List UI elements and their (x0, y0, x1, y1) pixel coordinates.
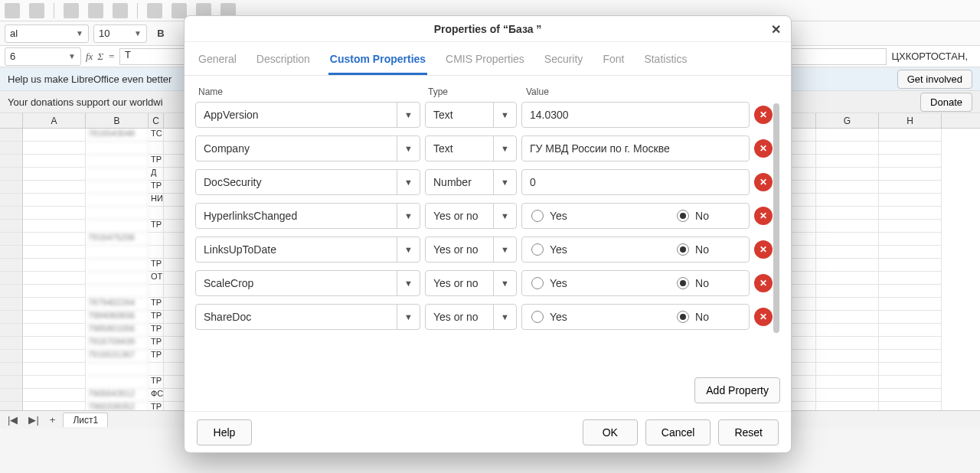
toolbar-icon[interactable] (29, 3, 44, 18)
banner-text: Your donations support our worldwi (8, 96, 163, 108)
tab-add[interactable]: + (47, 414, 59, 426)
chevron-down-icon: ▼ (397, 170, 420, 194)
property-type-combo[interactable]: Yes or no▼ (425, 203, 517, 229)
toolbar-icon[interactable] (113, 3, 128, 18)
property-name-combo[interactable]: ShareDoc▼ (195, 304, 420, 330)
dialog-tab-statistics[interactable]: Statistics (642, 48, 688, 75)
radio-yes[interactable]: Yes (531, 243, 567, 256)
col-header[interactable]: H (879, 113, 942, 128)
property-yesno-value[interactable]: YesNo (521, 203, 750, 229)
delete-property-button[interactable]: ✕ (754, 139, 773, 158)
toolbar-icon[interactable] (88, 3, 103, 18)
font-size-combo[interactable]: 10 ▼ (93, 24, 147, 43)
header-type: Type (428, 86, 526, 97)
get-involved-button[interactable]: Get involved (897, 70, 972, 89)
fx-icon[interactable]: fx (86, 51, 93, 63)
dialog-tab-custom-properties[interactable]: Custom Properties (328, 48, 427, 75)
property-yesno-value[interactable]: YesNo (521, 304, 750, 330)
radio-yes[interactable]: Yes (531, 311, 567, 323)
toolbar-icon[interactable] (147, 3, 162, 18)
properties-dialog: Properties of “База ” ✕ GeneralDescripti… (184, 15, 792, 453)
chevron-down-icon: ▼ (397, 136, 420, 161)
cancel-button[interactable]: Cancel (645, 419, 711, 445)
ok-button[interactable]: OK (583, 419, 638, 445)
delete-property-button[interactable]: ✕ (754, 274, 773, 292)
dialog-tab-security[interactable]: Security (543, 48, 585, 75)
scrollbar[interactable] (773, 102, 780, 373)
property-name-combo[interactable]: AppVersion▼ (195, 102, 420, 128)
property-type-text: Yes or no (426, 277, 493, 289)
formula-text: Т (125, 49, 131, 60)
chevron-down-icon: ▼ (493, 170, 516, 194)
dialog-tab-description[interactable]: Description (255, 48, 312, 75)
add-property-button[interactable]: Add Property (694, 377, 780, 403)
radio-no[interactable]: No (677, 277, 709, 289)
property-type-combo[interactable]: Yes or no▼ (425, 270, 517, 296)
property-name-combo[interactable]: ScaleCrop▼ (195, 270, 420, 296)
delete-property-button[interactable]: ✕ (754, 308, 773, 326)
property-name-combo[interactable]: DocSecurity▼ (195, 169, 420, 195)
name-box-text: 6 (10, 51, 15, 62)
radio-yes[interactable]: Yes (531, 277, 567, 289)
property-type-combo[interactable]: Text▼ (425, 102, 517, 128)
col-header[interactable]: A (23, 113, 86, 128)
equals-icon[interactable]: = (108, 51, 115, 63)
overflow-cell-text: ЦХКОРТОСТАН, (891, 51, 975, 62)
chevron-down-icon: ▼ (493, 271, 516, 295)
radio-no[interactable]: No (677, 243, 709, 256)
dialog-tab-font[interactable]: Font (601, 48, 626, 75)
close-button[interactable]: ✕ (768, 21, 783, 37)
help-button[interactable]: Help (197, 419, 252, 445)
property-row: AppVersion▼Text▼14.0300✕ (195, 102, 773, 128)
donate-button[interactable]: Donate (920, 93, 972, 112)
chevron-down-icon: ▼ (397, 305, 420, 329)
name-box[interactable]: 6 ▼ (5, 47, 81, 66)
toolbar-icon[interactable] (64, 3, 79, 18)
property-name-text: HyperlinksChanged (196, 210, 397, 222)
property-type-combo[interactable]: Text▼ (425, 135, 517, 161)
property-row: LinksUpToDate▼Yes or no▼YesNo✕ (195, 236, 773, 263)
radio-icon (677, 311, 689, 323)
radio-icon (531, 210, 544, 222)
dialog-tab-general[interactable]: General (197, 48, 238, 75)
property-name-combo[interactable]: HyperlinksChanged▼ (195, 203, 420, 229)
property-name-text: AppVersion (196, 109, 397, 121)
bold-button[interactable]: B (152, 24, 170, 43)
property-value-input[interactable]: 0 (521, 169, 750, 195)
delete-property-button[interactable]: ✕ (754, 106, 773, 124)
property-name-combo[interactable]: Company▼ (195, 135, 420, 161)
tab-nav-first[interactable]: |◀ (5, 414, 21, 426)
sheet-tab-active[interactable]: Лист1 (63, 413, 108, 427)
delete-property-button[interactable]: ✕ (754, 207, 773, 225)
delete-property-button[interactable]: ✕ (754, 240, 773, 259)
property-type-text: Yes or no (426, 210, 493, 222)
property-yesno-value[interactable]: YesNo (521, 270, 750, 296)
property-type-combo[interactable]: Number▼ (425, 169, 517, 195)
radio-no[interactable]: No (677, 311, 709, 323)
font-name-combo[interactable]: al ▼ (5, 24, 89, 43)
delete-property-button[interactable]: ✕ (754, 173, 773, 191)
col-header[interactable]: B (86, 113, 149, 128)
property-type-combo[interactable]: Yes or no▼ (425, 304, 517, 330)
reset-button[interactable]: Reset (718, 419, 779, 445)
chevron-down-icon: ▼ (493, 204, 516, 228)
font-size-text: 10 (99, 28, 109, 39)
property-value-input[interactable]: ГУ МВД России по г. Москве (521, 135, 750, 161)
property-yesno-value[interactable]: YesNo (521, 236, 750, 263)
toolbar-icon[interactable] (5, 3, 20, 18)
dialog-tab-cmis-properties[interactable]: CMIS Properties (444, 48, 526, 75)
radio-icon (531, 277, 544, 289)
radio-yes[interactable]: Yes (531, 210, 567, 222)
property-name-text: Company (196, 142, 397, 155)
property-value-input[interactable]: 14.0300 (521, 102, 750, 128)
chevron-down-icon: ▼ (129, 29, 142, 38)
property-name-combo[interactable]: LinksUpToDate▼ (195, 236, 420, 263)
col-header[interactable]: C (149, 113, 164, 128)
property-type-text: Text (426, 142, 493, 155)
col-header[interactable]: G (816, 113, 879, 128)
tab-nav-last[interactable]: ▶| (25, 414, 41, 426)
sigma-icon[interactable]: Σ (97, 51, 103, 63)
radio-no[interactable]: No (677, 210, 709, 222)
property-type-combo[interactable]: Yes or no▼ (425, 236, 517, 263)
custom-properties-header: Name Type Value (195, 83, 780, 102)
